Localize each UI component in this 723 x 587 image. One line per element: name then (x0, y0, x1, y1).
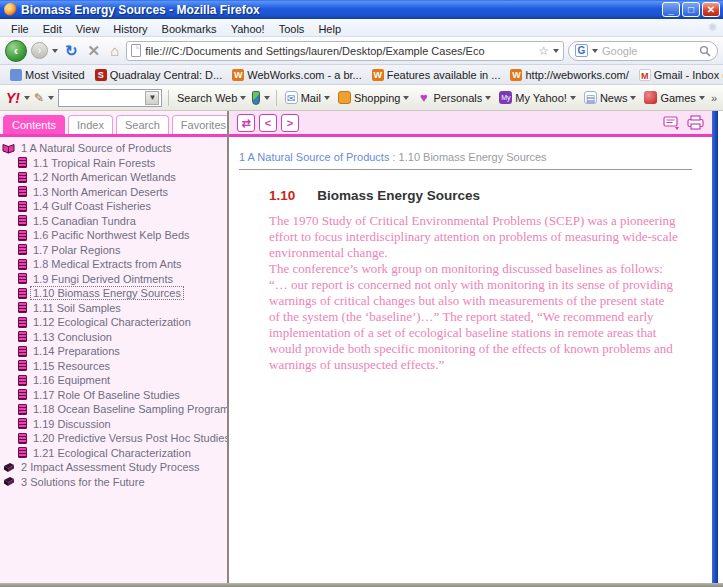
shield-dropdown-icon[interactable] (264, 96, 270, 100)
comment-note-icon[interactable] (663, 116, 681, 130)
toc-item[interactable]: 1.6 Pacific Northwest Kelp Beds (0, 228, 227, 243)
bookmark-item[interactable]: WWebWorks.com - a br... (228, 68, 366, 82)
bookmark-item[interactable]: Whttp://webworks.com/ (506, 68, 632, 82)
toc-item[interactable]: 1.19 Discussion (0, 417, 227, 432)
toc-item-label[interactable]: 1.15 Resources (31, 360, 112, 372)
toc-item[interactable]: 1.4 Gulf Coast Fisheries (0, 199, 227, 214)
address-bar[interactable]: file:///C:/Documents and Settings/lauren… (126, 41, 564, 61)
yahoo-item-personals[interactable]: ♥Personals (415, 91, 493, 104)
menu-edit[interactable]: Edit (36, 22, 69, 36)
toc-item[interactable]: 1.15 Resources (0, 359, 227, 374)
url-text[interactable]: file:///C:/Documents and Settings/lauren… (145, 45, 534, 57)
maximize-button[interactable]: □ (682, 2, 700, 17)
yahoo-item-myyahoo[interactable]: MyMy Yahoo! (497, 91, 578, 104)
google-icon[interactable]: G (575, 44, 588, 57)
url-dropdown-icon[interactable] (553, 49, 559, 53)
toc-item[interactable]: 1.2 North American Wetlands (0, 170, 227, 185)
toc-item-label[interactable]: 1.5 Canadian Tundra (31, 215, 138, 227)
sync-toc-button[interactable]: ⇄ (237, 114, 255, 132)
home-button[interactable]: ⌂ (107, 42, 122, 59)
yahoo-item-mail[interactable]: ✉Mail (283, 91, 332, 104)
toc-item[interactable]: 1.16 Equipment (0, 373, 227, 388)
toc-item[interactable]: 1.8 Medical Extracts from Ants (0, 257, 227, 272)
search-placeholder[interactable]: Google (602, 45, 695, 57)
toc-item-label[interactable]: 1.7 Polar Regions (31, 244, 122, 256)
dropdown-icon[interactable] (630, 96, 636, 100)
toc-item-label[interactable]: 1.4 Gulf Coast Fisheries (31, 200, 153, 212)
toc-item-label[interactable]: 1.2 North American Wetlands (31, 171, 178, 183)
toc-item-label[interactable]: 1.21 Ecological Characterization (31, 447, 193, 459)
toc-item[interactable]: 1.5 Canadian Tundra (0, 214, 227, 229)
toc-item[interactable]: 1.18 Ocean Baseline Sampling Program (0, 402, 227, 417)
menu-bookmarks[interactable]: Bookmarks (155, 22, 224, 36)
menu-file[interactable]: File (4, 22, 36, 36)
tab-index[interactable]: Index (68, 115, 113, 134)
stop-button[interactable]: ✕ (85, 42, 104, 60)
toc-item-label[interactable]: 3 Solutions for the Future (19, 476, 147, 488)
toc-item-label[interactable]: 1.9 Fungi Derived Ointments (31, 273, 175, 285)
toc-item[interactable]: 1.10 Biomass Energy Sources (0, 286, 227, 301)
toc-item[interactable]: 1.21 Ecological Characterization (0, 446, 227, 461)
next-topic-button[interactable]: > (281, 114, 299, 132)
toc-item-label[interactable]: 1.17 Role Of Baseline Studies (31, 389, 182, 401)
pencil-dropdown-icon[interactable] (48, 96, 54, 100)
toc-item[interactable]: 1 A Natural Source of Products (0, 141, 227, 156)
bookmark-item[interactable]: MGmail - Inbox (612) - I... (635, 68, 723, 82)
search-web-button[interactable]: Search Web (175, 92, 248, 104)
close-button[interactable]: ✕ (702, 2, 720, 17)
pencil-icon[interactable]: ✎ (34, 91, 44, 105)
toc-item-label[interactable]: 1.13 Conclusion (31, 331, 114, 343)
reload-button[interactable]: ↻ (62, 42, 81, 60)
yahoo-logo-dropdown-icon[interactable] (24, 96, 30, 100)
toc-item[interactable]: 1.1 Tropical Rain Forests (0, 156, 227, 171)
toc-item-label[interactable]: 1.19 Discussion (31, 418, 113, 430)
minimize-button[interactable]: _ (662, 2, 680, 17)
bookmark-star-icon[interactable]: ☆ (538, 44, 549, 58)
toc-item[interactable]: 1.3 North American Deserts (0, 185, 227, 200)
search-web-dropdown-icon[interactable] (240, 96, 246, 100)
toc-item[interactable]: 3 Solutions for the Future (0, 475, 227, 490)
toc-item[interactable]: 1.7 Polar Regions (0, 243, 227, 258)
yahoo-search-input[interactable]: ▼ (58, 89, 162, 107)
toc-item-label[interactable]: 1.3 North American Deserts (31, 186, 170, 198)
toc-item[interactable]: 1.14 Preparations (0, 344, 227, 359)
dropdown-icon[interactable] (324, 96, 330, 100)
toc-item[interactable]: 1.20 Predictive Versus Post Hoc Studies (0, 431, 227, 446)
toc-item[interactable]: 1.17 Role Of Baseline Studies (0, 388, 227, 403)
toc-item-label[interactable]: 1.6 Pacific Northwest Kelp Beds (31, 229, 192, 241)
menu-tools[interactable]: Tools (272, 22, 312, 36)
toc-item-label[interactable]: 1.18 Ocean Baseline Sampling Program (31, 403, 227, 415)
menu-view[interactable]: View (69, 22, 107, 36)
yahoo-search-dropdown-icon[interactable]: ▼ (145, 91, 159, 105)
toc-item-label[interactable]: 1.16 Equipment (31, 374, 112, 386)
yahoo-logo[interactable]: Y! (6, 90, 20, 106)
toc-item-label[interactable]: 1.20 Predictive Versus Post Hoc Studies (31, 432, 227, 444)
history-dropdown-icon[interactable] (52, 49, 58, 53)
print-icon[interactable] (687, 115, 704, 130)
yahoo-item-shopping[interactable]: Shopping (336, 91, 412, 104)
toc-item[interactable]: 1.11 Soil Samples (0, 301, 227, 316)
dropdown-icon[interactable] (403, 96, 409, 100)
previous-topic-button[interactable]: < (259, 114, 277, 132)
toc-item[interactable]: 2 Impact Assessment Study Process (0, 460, 227, 475)
bookmark-item[interactable]: SQuadralay Central: D... (91, 68, 227, 82)
toc-item-label[interactable]: 1.12 Ecological Characterization (31, 316, 193, 328)
tab-favorites[interactable]: Favorites (172, 115, 235, 134)
toc-item-label[interactable]: 1.14 Preparations (31, 345, 122, 357)
bookmark-item[interactable]: WFeatures available in ... (368, 68, 505, 82)
dropdown-icon[interactable] (570, 96, 576, 100)
toc-item-label[interactable]: 1.10 Biomass Energy Sources (31, 287, 183, 299)
tab-contents[interactable]: Contents (3, 115, 65, 134)
search-bar[interactable]: G Google (568, 41, 718, 61)
toc-item-label[interactable]: 1.11 Soil Samples (31, 302, 123, 314)
yahoo-overflow-chevron[interactable]: » (711, 92, 717, 104)
toc-item-label[interactable]: 1 A Natural Source of Products (19, 142, 173, 154)
search-engine-dropdown-icon[interactable] (592, 49, 598, 53)
toc-item[interactable]: 1.13 Conclusion (0, 330, 227, 345)
yahoo-item-games[interactable]: Games (642, 91, 706, 104)
toc-item-label[interactable]: 1.8 Medical Extracts from Ants (31, 258, 184, 270)
toc-item-label[interactable]: 2 Impact Assessment Study Process (19, 461, 202, 473)
toc-item[interactable]: 1.9 Fungi Derived Ointments (0, 272, 227, 287)
forward-button[interactable]: › (31, 42, 48, 59)
breadcrumb-parent-link[interactable]: 1 A Natural Source of Products (239, 151, 389, 163)
